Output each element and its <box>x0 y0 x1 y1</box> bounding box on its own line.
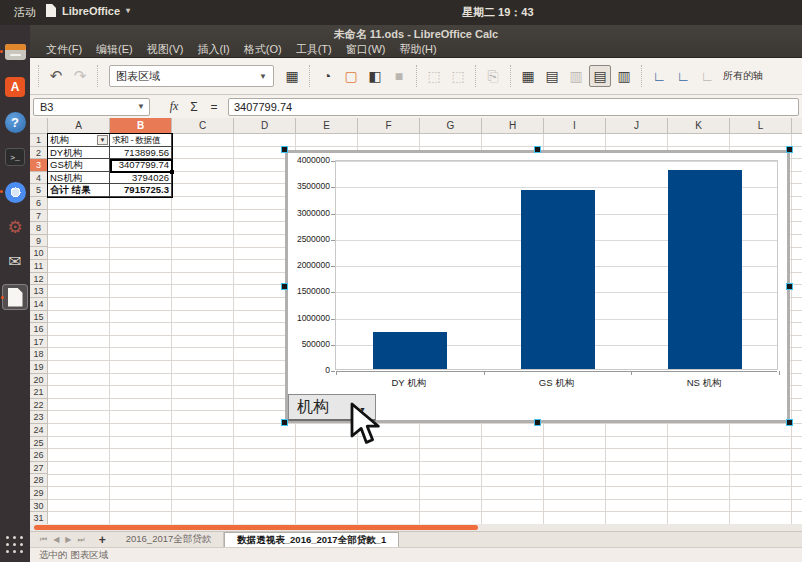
pivot-row-label[interactable]: 合计 结果 <box>48 184 110 197</box>
column-header-A[interactable]: A <box>48 118 110 134</box>
column-header-D[interactable]: D <box>234 118 296 134</box>
column-header-B[interactable]: B <box>110 118 172 134</box>
selection-handle[interactable] <box>534 146 541 153</box>
pivot-chart[interactable]: 4000000350000030000002500000200000015000… <box>285 150 790 423</box>
row-header-15[interactable]: 15 <box>30 311 48 324</box>
column-header-J[interactable]: J <box>606 118 668 134</box>
row-header-31[interactable]: 31 <box>30 512 48 525</box>
row-header-21[interactable]: 21 <box>30 386 48 399</box>
row-header-7[interactable]: 7 <box>30 210 48 223</box>
dock-help-icon[interactable]: ? <box>2 109 28 135</box>
format-selection-icon[interactable]: ▦ <box>281 65 303 87</box>
horizontal-scrollbar[interactable] <box>30 524 802 531</box>
select-all-corner[interactable] <box>30 118 48 134</box>
selection-handle[interactable] <box>786 146 793 153</box>
equals-icon[interactable]: = <box>204 100 224 114</box>
pivot-filter-button[interactable]: 机构 ▼ <box>288 394 376 421</box>
selection-handle[interactable] <box>281 283 288 290</box>
row-header-28[interactable]: 28 <box>30 474 48 487</box>
redo-button[interactable]: ↷ <box>68 64 92 88</box>
column-header-G[interactable]: G <box>420 118 482 134</box>
row-header-29[interactable]: 29 <box>30 487 48 500</box>
row-header-14[interactable]: 14 <box>30 298 48 311</box>
column-header-F[interactable]: F <box>358 118 420 134</box>
row-header-13[interactable]: 13 <box>30 285 48 298</box>
dock-terminal-icon[interactable]: >_ <box>2 144 28 170</box>
row-header-18[interactable]: 18 <box>30 348 48 361</box>
sheet-nav-next[interactable]: ▶ <box>65 535 71 544</box>
border-color-icon[interactable]: ▢ <box>340 65 362 87</box>
row-header-9[interactable]: 9 <box>30 235 48 248</box>
row-header-2[interactable]: 2 <box>30 147 48 160</box>
row-header-3[interactable]: 3 <box>30 159 48 172</box>
column-header-I[interactable]: I <box>544 118 606 134</box>
pivot-row-label[interactable]: NS机构 <box>48 172 110 185</box>
undo-button[interactable]: ↶ <box>44 64 68 88</box>
menubar-item-7[interactable]: 帮助(H) <box>399 42 436 57</box>
sheet-nav-last[interactable]: ⏭ <box>78 535 85 545</box>
sum-icon[interactable]: Σ <box>184 100 204 114</box>
clock[interactable]: 星期二 19：43 <box>462 5 534 20</box>
row-header-20[interactable]: 20 <box>30 374 48 387</box>
row-header-6[interactable]: 6 <box>30 197 48 210</box>
column-header-partial[interactable] <box>792 118 802 134</box>
pivot-field-header[interactable]: 机构▼ <box>48 134 110 147</box>
row-header-22[interactable]: 22 <box>30 399 48 412</box>
selection-handle[interactable] <box>281 419 288 426</box>
x-axis-icon[interactable]: ∟ <box>648 65 670 87</box>
bar-GS 机构[interactable] <box>521 190 595 369</box>
vertical-grids-icon[interactable]: ▥ <box>613 65 635 87</box>
pivot-filter-dropdown[interactable]: ▼ <box>97 135 108 145</box>
menubar-item-0[interactable]: 文件(F) <box>46 42 82 57</box>
selection-handle[interactable] <box>281 146 288 153</box>
function-wizard-icon[interactable]: fx <box>164 99 184 114</box>
selection-handle[interactable] <box>534 419 541 426</box>
column-header-L[interactable]: L <box>730 118 792 134</box>
pivot-row-value[interactable]: 3794026 <box>110 172 172 185</box>
menubar-item-4[interactable]: 格式(O) <box>244 42 282 57</box>
bar-NS 机构[interactable] <box>668 170 742 369</box>
column-header-C[interactable]: C <box>172 118 234 134</box>
sheet-nav-first[interactable]: ⏮ <box>40 535 47 545</box>
menubar-item-2[interactable]: 视图(V) <box>147 42 184 57</box>
dock-libreoffice-doc-icon[interactable] <box>2 284 28 310</box>
pivot-row-label[interactable]: GS机构 <box>48 159 110 172</box>
pivot-row-value[interactable]: 7915725.3 <box>110 184 172 197</box>
row-header-12[interactable]: 12 <box>30 273 48 286</box>
fill-color-icon[interactable]: ◧ <box>364 65 386 87</box>
y-axis-icon[interactable]: ∟ <box>672 65 694 87</box>
app-menu[interactable]: LibreOffice ▾ <box>46 4 130 17</box>
selection-handle[interactable] <box>786 419 793 426</box>
sheet-tab-0[interactable]: 2016_2017全部贷款 <box>114 532 225 547</box>
menubar-item-6[interactable]: 窗口(W) <box>346 42 386 57</box>
row-header-19[interactable]: 19 <box>30 361 48 374</box>
menubar-item-1[interactable]: 编辑(E) <box>96 42 133 57</box>
chart-element-selector[interactable]: 图表区域 ▼ <box>109 65 274 87</box>
pivot-row-value[interactable]: 713899.56 <box>110 147 172 160</box>
scrollbar-thumb[interactable] <box>34 525 478 530</box>
row-header-8[interactable]: 8 <box>30 222 48 235</box>
chart-plot-area[interactable] <box>335 160 778 370</box>
dock-ubuntu-software-icon[interactable]: A <box>2 74 28 100</box>
bar-DY 机构[interactable] <box>373 332 447 369</box>
row-header-1[interactable]: 1 <box>30 134 48 147</box>
sheet-nav-prev[interactable]: ◀ <box>53 535 59 544</box>
name-box[interactable]: B3 ▼ <box>33 98 150 116</box>
row-header-17[interactable]: 17 <box>30 336 48 349</box>
dock-mail-icon[interactable]: ✉ <box>2 249 28 275</box>
chart-type-icon[interactable]: ◔ <box>316 65 338 87</box>
activities-button[interactable]: 活动 <box>14 5 36 20</box>
dock-chromium-icon[interactable] <box>2 179 28 205</box>
horizontal-grids-icon[interactable]: ▤ <box>589 65 611 87</box>
row-header-11[interactable]: 11 <box>30 260 48 273</box>
row-header-27[interactable]: 27 <box>30 462 48 475</box>
column-header-E[interactable]: E <box>296 118 358 134</box>
row-header-16[interactable]: 16 <box>30 323 48 336</box>
selection-handle[interactable] <box>786 283 793 290</box>
data-in-rows-icon[interactable]: ▤ <box>541 65 563 87</box>
sheet-tab-1[interactable]: 数据透视表_2016_2017全部贷款_1 <box>224 532 399 547</box>
row-header-30[interactable]: 30 <box>30 500 48 513</box>
dock-files-icon[interactable] <box>2 39 28 65</box>
menubar-item-3[interactable]: 插入(I) <box>197 42 229 57</box>
row-header-23[interactable]: 23 <box>30 411 48 424</box>
